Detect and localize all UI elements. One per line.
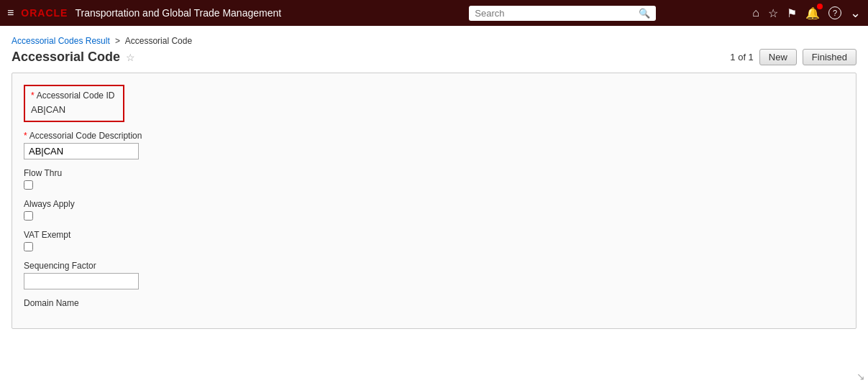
star-nav-icon[interactable]: ☆ [768,6,778,20]
form-panel: * Accessorial Code ID AB|CAN * Accessori… [12,73,856,329]
sequencing-factor-label: Sequencing Factor [24,261,844,271]
search-input[interactable] [475,8,634,19]
app-title: Transportation and Global Trade Manageme… [75,7,281,19]
accessorial-code-id-value: AB|CAN [31,103,117,116]
record-count: 1 of 1 [730,52,754,62]
content-area: Accessorial Codes Result > Accessorial C… [0,26,868,385]
page-title-left: Accessorial Code ☆ [12,50,135,65]
accessorial-code-desc-label: * Accessorial Code Description [24,131,844,141]
flow-thru-group: Flow Thru [24,168,844,192]
domain-name-group: Domain Name [24,298,844,308]
new-button[interactable]: New [759,49,797,65]
sequencing-factor-input[interactable] [24,273,139,289]
topbar-center: 🔍 [380,6,745,21]
hamburger-icon[interactable]: ≡ [7,6,14,19]
domain-name-label: Domain Name [24,298,844,308]
flow-thru-label: Flow Thru [24,168,844,178]
bell-icon-wrapper[interactable]: 🔔 [805,6,820,20]
flag-icon[interactable]: ⚑ [787,6,797,20]
accessorial-code-desc-group: * Accessorial Code Description [24,131,844,159]
topbar-left: ≡ ORACLE Transportation and Global Trade… [7,6,373,19]
vat-exempt-group: VAT Exempt [24,230,844,254]
bell-badge [817,4,823,9]
topbar: ≡ ORACLE Transportation and Global Trade… [0,0,868,26]
vat-exempt-label: VAT Exempt [24,230,844,240]
help-icon[interactable]: ? [828,6,841,19]
finished-button[interactable]: Finished [803,49,856,65]
home-icon[interactable]: ⌂ [752,6,759,19]
breadcrumb-link[interactable]: Accessorial Codes Result [12,36,110,46]
chevron-down-icon[interactable]: ⌄ [850,5,861,21]
favorite-icon[interactable]: ☆ [126,52,135,63]
search-icon: 🔍 [639,8,650,19]
always-apply-label: Always Apply [24,199,844,209]
required-star-2: * [24,131,27,141]
breadcrumb-current: Accessorial Code [125,36,192,46]
page-title: Accessorial Code [12,50,120,65]
sequencing-factor-group: Sequencing Factor [24,261,844,289]
topbar-right: ⌂ ☆ ⚑ 🔔 ? ⌄ [752,5,861,21]
oracle-logo: ORACLE [21,7,68,19]
breadcrumb-separator: > [115,36,120,46]
required-star-1: * [31,91,35,101]
accessorial-code-id-label: * Accessorial Code ID [31,91,117,101]
always-apply-checkbox[interactable] [24,211,33,221]
accessorial-code-id-group: * Accessorial Code ID AB|CAN [24,85,844,122]
always-apply-group: Always Apply [24,199,844,223]
accessorial-code-id-highlighted: * Accessorial Code ID AB|CAN [24,85,124,122]
breadcrumb: Accessorial Codes Result > Accessorial C… [12,32,856,49]
flow-thru-checkbox[interactable] [24,180,33,190]
search-bar: 🔍 [469,6,656,21]
accessorial-code-desc-input[interactable] [24,143,139,159]
vat-exempt-checkbox[interactable] [24,242,33,251]
page-title-row: Accessorial Code ☆ 1 of 1 New Finished [12,49,856,65]
resize-handle[interactable]: ↘ [856,371,865,382]
page-title-right: 1 of 1 New Finished [730,49,856,65]
